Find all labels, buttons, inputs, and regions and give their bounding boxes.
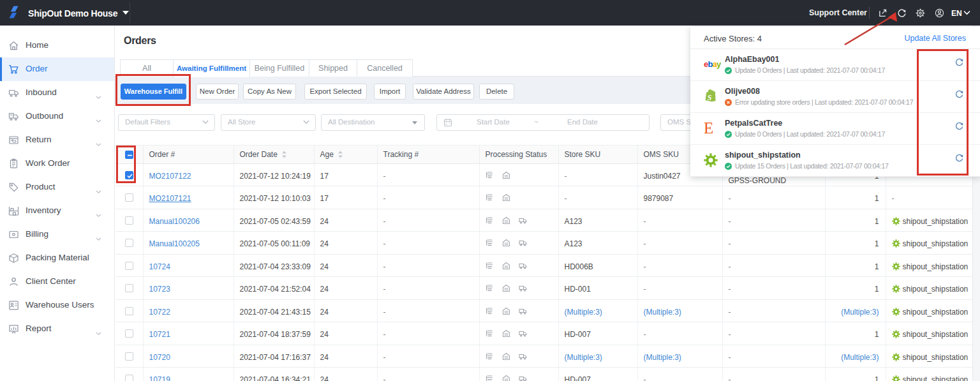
svg-text:S: S bbox=[708, 93, 712, 102]
